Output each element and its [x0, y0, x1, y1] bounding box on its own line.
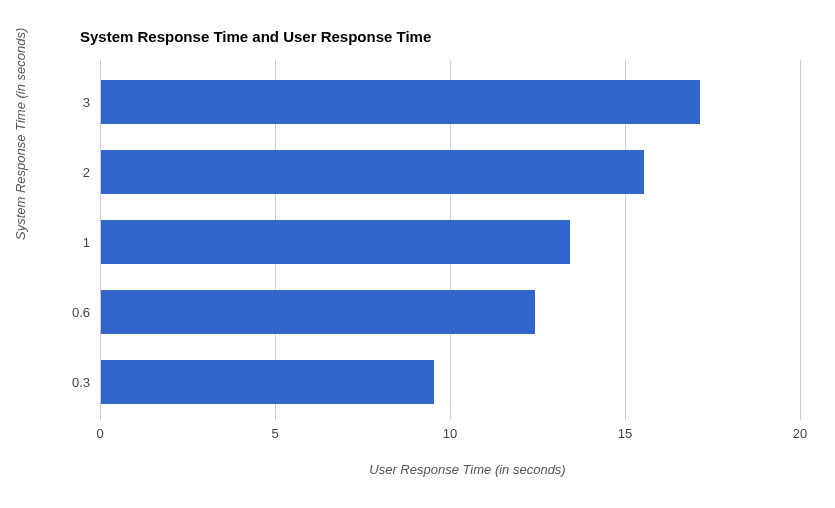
- y-axis-label: System Response Time (in seconds): [13, 28, 28, 240]
- x-axis-label: User Response Time (in seconds): [0, 462, 835, 477]
- bar: [101, 290, 535, 334]
- bar: [101, 150, 644, 194]
- y-tick-label: 2: [40, 165, 90, 180]
- y-tick-label: 0.3: [40, 375, 90, 390]
- bar: [101, 220, 570, 264]
- bar-row: [101, 80, 700, 124]
- x-axis-label-text: User Response Time (in seconds): [118, 462, 818, 477]
- x-tick-label: 10: [435, 426, 465, 441]
- y-tick-label: 1: [40, 235, 90, 250]
- bar-row: [101, 150, 644, 194]
- bar-row: [101, 220, 570, 264]
- x-tick-label: 5: [260, 426, 290, 441]
- x-tick-label: 0: [85, 426, 115, 441]
- x-tick-label: 20: [785, 426, 815, 441]
- bar-row: [101, 290, 535, 334]
- bar: [101, 360, 434, 404]
- chart-title: System Response Time and User Response T…: [80, 28, 431, 45]
- x-tick-label: 15: [610, 426, 640, 441]
- y-tick-label: 3: [40, 95, 90, 110]
- y-tick-label: 0.6: [40, 305, 90, 320]
- bar: [101, 80, 700, 124]
- bar-chart: System Response Time and User Response T…: [0, 0, 835, 508]
- bar-row: [101, 360, 434, 404]
- plot-area: [100, 60, 800, 420]
- plot-right-border: [800, 60, 801, 420]
